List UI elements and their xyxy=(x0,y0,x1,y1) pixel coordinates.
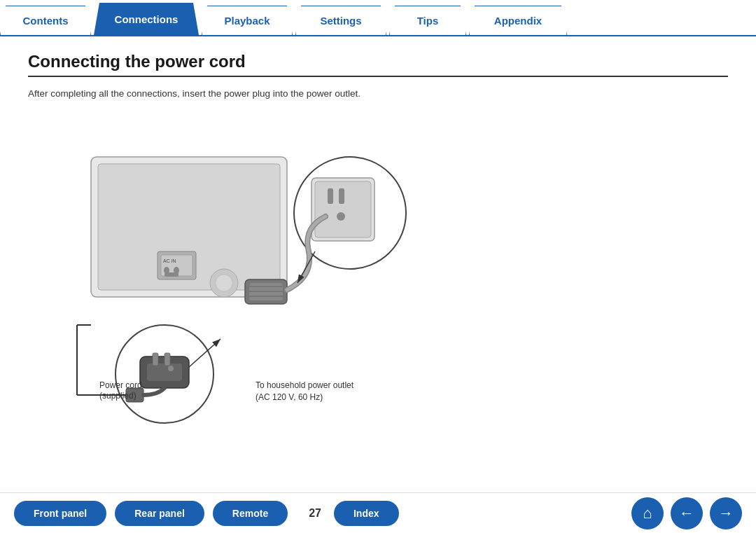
tab-tips-label: Tips xyxy=(417,15,439,27)
tab-contents-label: Contents xyxy=(23,15,69,27)
svg-text:(AC 120 V, 60 Hz): (AC 120 V, 60 Hz) xyxy=(255,392,323,402)
page-title: Connecting the power cord xyxy=(28,52,728,77)
svg-rect-7 xyxy=(164,272,178,277)
svg-rect-19 xyxy=(153,353,158,366)
svg-text:(supplied): (supplied) xyxy=(99,391,136,401)
main-content: Connecting the power cord After completi… xyxy=(0,36,756,444)
home-icon: ⌂ xyxy=(643,504,652,522)
bottom-icon-buttons: ⌂ ← → xyxy=(631,497,742,529)
tab-connections-label: Connections xyxy=(115,13,178,25)
tab-appendix[interactable]: Appendix xyxy=(469,6,567,35)
tab-connections[interactable]: Connections xyxy=(94,3,199,35)
svg-rect-13 xyxy=(328,188,333,204)
svg-point-9 xyxy=(216,275,232,291)
index-btn[interactable]: Index xyxy=(334,501,399,526)
remote-btn[interactable]: Remote xyxy=(213,501,288,526)
back-icon: ← xyxy=(679,504,694,522)
svg-line-32 xyxy=(298,251,315,283)
tab-settings-label: Settings xyxy=(320,15,361,27)
front-panel-btn[interactable]: Front panel xyxy=(14,501,106,526)
tab-appendix-label: Appendix xyxy=(494,15,542,27)
page-description: After completing all the connections, in… xyxy=(28,87,378,101)
tab-settings[interactable]: Settings xyxy=(295,6,386,35)
forward-button[interactable]: → xyxy=(710,497,742,529)
svg-text:AC IN: AC IN xyxy=(163,258,176,263)
svg-rect-20 xyxy=(164,353,170,366)
svg-text:To household power outlet: To household power outlet xyxy=(255,380,354,390)
svg-rect-18 xyxy=(147,364,182,381)
svg-rect-14 xyxy=(339,188,344,204)
diagram-area: AC IN xyxy=(28,115,728,437)
connection-diagram: AC IN xyxy=(49,115,497,437)
svg-text:Power cord: Power cord xyxy=(99,380,142,390)
tab-contents[interactable]: Contents xyxy=(0,6,91,35)
bottom-bar: Front panel Rear panel Remote 27 Index ⌂… xyxy=(0,492,756,533)
svg-point-21 xyxy=(168,366,174,371)
forward-icon: → xyxy=(718,504,734,522)
svg-line-31 xyxy=(189,339,220,367)
home-button[interactable]: ⌂ xyxy=(631,497,664,529)
top-navigation: Contents Connections Playback Settings T… xyxy=(0,0,756,36)
tab-tips[interactable]: Tips xyxy=(389,6,466,35)
page-number: 27 xyxy=(309,507,321,520)
rear-panel-btn[interactable]: Rear panel xyxy=(115,501,204,526)
tab-playback-label: Playback xyxy=(224,15,270,27)
tab-playback[interactable]: Playback xyxy=(202,6,293,35)
svg-point-15 xyxy=(337,212,345,221)
back-button[interactable]: ← xyxy=(671,497,703,529)
